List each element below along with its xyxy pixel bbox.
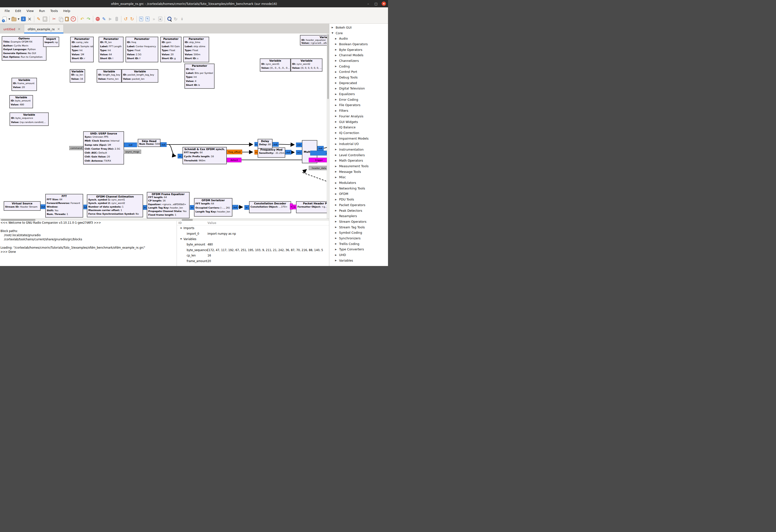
block-skip-head[interactable]: Skip HeadNum Items: 500k — [138, 139, 161, 147]
chevron-right-icon[interactable]: ▶ — [334, 259, 338, 262]
chevron-right-icon[interactable]: ▶ — [334, 226, 338, 228]
varpanel-row-byte_sequence[interactable]: byte_sequence[172, 47, 117, 192, 67, 251… — [177, 247, 329, 253]
execute-button[interactable]: ▶ — [107, 15, 114, 23]
new-flowgraph-button[interactable] — [1, 15, 8, 23]
chevron-right-icon[interactable]: ▶ — [334, 126, 338, 128]
block-uhd-usrp-source[interactable]: UHD: USRP SourceSync: Unknown PPSMb0: Cl… — [83, 131, 124, 165]
block-param-freq[interactable]: ParameterID: freqLabel: Center frequency… — [126, 37, 158, 62]
chevron-right-icon[interactable]: ▶ — [334, 215, 338, 217]
sidebar-item-byte-operators[interactable]: ▶Byte Operators — [329, 47, 388, 52]
block-param-skip-time[interactable]: ParameterID: skip_timeLabel: skip stimeT… — [183, 37, 209, 62]
sidebar-item-bokeh-gui[interactable]: ▶Bokeh GUI — [329, 25, 388, 30]
port-in0[interactable]: in0 — [296, 143, 302, 147]
sidebar-item-trellis-coding[interactable]: ▶Trellis Coding — [329, 241, 388, 247]
tab-close-icon[interactable]: ✕ — [57, 27, 60, 31]
block-ofdm-channel-estimation[interactable]: OFDM Channel EstimationSynch. symbol 1: … — [87, 194, 143, 217]
chevron-right-icon[interactable]: ▶ — [334, 93, 338, 95]
scroll-down-button[interactable]: ↡ — [179, 15, 185, 23]
port-trigger[interactable]: trigger — [309, 158, 329, 162]
sidebar-item-uhd[interactable]: ▶UHD — [329, 252, 388, 258]
chevron-right-icon[interactable]: ▶ — [334, 54, 338, 56]
menu-tools[interactable]: Tools — [48, 9, 61, 13]
sidebar-item-file-operators[interactable]: ▶File Operators — [329, 102, 388, 108]
port-freq_offset[interactable]: freq_offset — [227, 150, 242, 154]
chevron-right-icon[interactable]: ▶ — [334, 98, 338, 101]
sidebar-item-modulators[interactable]: ▶Modulators — [329, 180, 388, 186]
open-flowgraph-dropdown[interactable]: ▼ — [17, 15, 20, 23]
chevron-right-icon[interactable]: ▶ — [334, 43, 338, 45]
cut-button[interactable]: ✂ — [51, 15, 57, 23]
block-options[interactable]: OptionsTitle: Example OFDM RXAuthor: Cyr… — [2, 36, 46, 61]
block-var-sync-word1[interactable]: VariableID: sync_word1Value: [0., 0., 0.… — [260, 58, 290, 72]
block-var-byte-amount[interactable]: VariableID: byte_amountValue: 480 — [9, 95, 33, 108]
port-in1[interactable]: in1 — [296, 150, 302, 155]
chevron-right-icon[interactable]: ▶ — [334, 71, 338, 73]
title-bar[interactable]: ofdm_example_rx.grc - /cortexlab/homes/c… — [0, 0, 388, 7]
chevron-right-icon[interactable]: ▶ — [334, 193, 338, 195]
block-schmidl-cox[interactable]: Schmidl & Cox OFDM synch.FFT length: 64C… — [183, 147, 227, 164]
chevron-right-icon[interactable]: ▶ — [334, 209, 338, 212]
block-virtual-source[interactable]: Virtual SourceStream ID: Header Stream — [4, 201, 41, 211]
port-in[interactable]: in — [254, 150, 258, 155]
console-hscroll-thumb[interactable] — [1, 219, 35, 221]
chevron-right-icon[interactable]: ▶ — [334, 187, 338, 190]
sidebar-item-filters[interactable]: ▶Filters — [329, 108, 388, 113]
rotate-ccw-button[interactable]: ↺ — [123, 15, 129, 23]
open-flowgraph-button[interactable] — [11, 15, 17, 23]
chevron-right-icon[interactable]: ▶ — [334, 65, 338, 67]
port-o[interactable]: o — [290, 203, 293, 210]
collapse-arrow-icon[interactable]: ▼ — [177, 238, 183, 240]
block-var-sync-word2[interactable]: VariableID: sync_word2Value: [0, 0, 0, 0… — [290, 58, 323, 72]
chevron-right-icon[interactable]: ▶ — [334, 160, 338, 162]
chevron-right-icon[interactable]: ▶ — [334, 254, 338, 256]
port-header_data[interactable]: header_data — [309, 166, 329, 170]
maximize-button[interactable]: □ — [374, 2, 378, 6]
sidebar-item-message-tools[interactable]: ▶Message Tools — [329, 169, 388, 175]
port-detect[interactable]: detect — [227, 158, 241, 162]
close-button[interactable]: × — [382, 1, 386, 6]
chevron-right-icon[interactable]: ▶ — [334, 115, 338, 117]
menu-file[interactable]: File — [2, 9, 12, 13]
block-import[interactable]: ImportImport: np — [43, 37, 59, 47]
chevron-right-icon[interactable]: ▶ — [334, 204, 338, 206]
port-out[interactable]: out — [41, 204, 46, 209]
undo-button[interactable]: ↶ — [79, 15, 85, 23]
port-out[interactable]: out — [285, 150, 292, 155]
chevron-right-icon[interactable]: ▶ — [334, 131, 338, 134]
chevron-right-icon[interactable]: ▶ — [334, 82, 338, 84]
sidebar-item-audio[interactable]: ▶Audio — [329, 36, 388, 41]
sidebar-item-stream-tag-tools[interactable]: ▶Stream Tag Tools — [329, 224, 388, 230]
block-param-samp-rate[interactable]: ParameterID: samp_rateLabel: Sample rate… — [70, 37, 94, 62]
find-block-button[interactable] — [166, 15, 173, 23]
port-out[interactable]: out — [161, 142, 167, 147]
menu-view[interactable]: View — [24, 9, 36, 13]
block-fft[interactable]: FFTFFT Size: 64Forward/Reverse: ForwardW… — [45, 194, 83, 218]
block-var-packet-length-tag-key[interactable]: VariableID: packet_length_tag_keyValue: … — [122, 69, 158, 83]
chevron-right-icon[interactable]: ▶ — [334, 182, 338, 184]
port-in[interactable]: in — [143, 205, 147, 210]
sidebar-item-core[interactable]: ▼Core — [329, 30, 388, 36]
chevron-right-icon[interactable]: ▶ — [334, 198, 338, 201]
port-in[interactable]: in — [310, 151, 329, 156]
varpanel-row-cp_len[interactable]: cp_len16 — [177, 253, 329, 258]
canvas-vertical-scrollbar[interactable] — [327, 33, 329, 219]
chevron-down-icon[interactable]: ▼ — [331, 32, 334, 34]
block-packet-header-parser[interactable]: Packet Header ParserFormatter Object: <g… — [296, 201, 329, 213]
sidebar-item-equalizers[interactable]: ▶Equalizers — [329, 91, 388, 97]
enable-block-button[interactable]: ✎ — [138, 15, 144, 23]
sidebar-item-variables[interactable]: ▶Variables — [329, 258, 388, 263]
reload-blocks-button[interactable]: ↻ — [173, 15, 179, 23]
block-var-cp-len[interactable]: VariableID: cp_lenValue: 16 — [70, 69, 85, 83]
chevron-right-icon[interactable]: ▶ — [334, 165, 338, 168]
kill-button[interactable] — [114, 15, 120, 23]
block-param-gain[interactable]: ParameterID: gainLabel: RX GainType: Flo… — [160, 37, 182, 62]
screen-capture-button[interactable] — [42, 15, 48, 23]
chevron-right-icon[interactable]: ▶ — [334, 143, 338, 145]
chevron-right-icon[interactable]: ▶ — [334, 120, 338, 123]
port-command[interactable]: command — [69, 146, 83, 150]
sidebar-item-peak-detectors[interactable]: ▶Peak Detectors — [329, 208, 388, 214]
sidebar-item-pdu-tools[interactable]: ▶PDU Tools — [329, 197, 388, 202]
varpanel-row-import_0[interactable]: import_0import numpy as np — [177, 231, 329, 236]
port-out[interactable]: out — [232, 205, 238, 210]
chevron-right-icon[interactable]: ▶ — [331, 26, 334, 29]
